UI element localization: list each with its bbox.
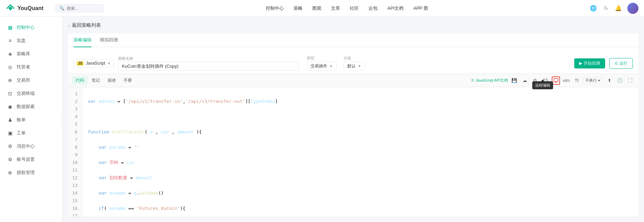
history-icon[interactable]: 🕐 bbox=[616, 76, 624, 85]
no-wrap-chevron-icon: ▼ bbox=[598, 79, 601, 82]
tab-strategy-edit[interactable]: 策略编辑 bbox=[74, 33, 92, 47]
vim-button[interactable]: vim bbox=[562, 76, 570, 85]
fullscreen-icon[interactable]: ⛶ bbox=[626, 76, 634, 85]
play-circle-icon: ▶ bbox=[579, 61, 582, 66]
terminal-icon: ⊡ bbox=[7, 91, 13, 96]
run-icon: ⊙ bbox=[615, 61, 618, 66]
tab-backtest[interactable]: 模拟回测 bbox=[100, 33, 118, 47]
control-center-icon: ▦ bbox=[7, 25, 13, 30]
trustee-icon: ◎ bbox=[7, 64, 13, 70]
content-area: ‹ 返回策略列表 策略编辑 模拟回测 JS JavaScript ▼ bbox=[62, 17, 644, 222]
remote-edit-button[interactable] bbox=[552, 76, 560, 85]
data-mining-icon: ◉ bbox=[7, 104, 13, 109]
sidebar-item-strategy-lib[interactable]: ◈ 策略库 bbox=[0, 47, 62, 60]
sidebar-item-trustee[interactable]: ◎ 托管者 bbox=[0, 60, 62, 74]
sidebar-item-auth[interactable]: ⊕ 授权管理 bbox=[0, 166, 62, 179]
back-arrow-icon: ‹ bbox=[68, 23, 70, 28]
main-layout: ▦ 控制中心 ≡ 实盘 ◈ 策略库 ◎ 托管者 ⊕ 交易所 ⊡ 交易终端 ◉ 数… bbox=[0, 17, 644, 222]
sidebar-item-terminal[interactable]: ⊡ 交易终端 bbox=[0, 87, 62, 100]
type-select[interactable]: 交易插件 ▼ bbox=[307, 61, 337, 71]
code-line-3: function UsdtTransfer( e , cur , amount … bbox=[88, 128, 633, 136]
sidebar: ▦ 控制中心 ≡ 实盘 ◈ 策略库 ◎ 托管者 ⊕ 交易所 ⊡ 交易终端 ◉ 数… bbox=[0, 17, 62, 222]
type-chevron-icon: ▼ bbox=[329, 64, 333, 68]
nav-strategy[interactable]: 策略 bbox=[294, 5, 303, 11]
editor-tabs: 策略编辑 模拟回测 bbox=[68, 33, 638, 47]
save-icon[interactable]: 💾 bbox=[510, 76, 518, 85]
search-box[interactable]: 🔍 bbox=[56, 4, 104, 13]
chevron-down-icon: ▼ bbox=[107, 61, 111, 65]
sidebar-item-exchange[interactable]: ⊕ 交易所 bbox=[0, 74, 62, 87]
account-icon: ⚙ bbox=[7, 157, 13, 162]
workorder-icon: ▣ bbox=[7, 130, 13, 136]
code-editor-toolbar: 代码 笔记 描述 手册 ① JavaScript API文档 💾 ☁ bbox=[68, 74, 638, 87]
strategy-name-input[interactable] bbox=[118, 62, 298, 71]
cloud-icon[interactable]: ☁ bbox=[520, 76, 529, 85]
code-editor[interactable]: 1 2 3 4 5 6 7 8 9 10 11 12 13 14 15 16 1 bbox=[68, 87, 638, 216]
strategy-editor: 策略编辑 模拟回测 JS JavaScript ▼ 策略名称 类型 bbox=[68, 33, 638, 216]
svg-rect-0 bbox=[554, 79, 558, 82]
nav-app[interactable]: APP 图 bbox=[413, 5, 428, 11]
nav-right: 🌐 7₀ 🔔 bbox=[590, 3, 638, 14]
code-line-4: var params = '' bbox=[88, 143, 633, 151]
api-doc-link[interactable]: ① JavaScript API文档 bbox=[471, 78, 508, 83]
messages-icon: ⚙ bbox=[7, 143, 13, 149]
bills-icon: ♟ bbox=[7, 117, 13, 123]
live-trading-icon: ≡ bbox=[7, 38, 13, 43]
sidebar-item-messages[interactable]: ⚙ 消息中心 bbox=[0, 140, 62, 153]
nav-library[interactable]: 文库 bbox=[331, 5, 340, 11]
sidebar-item-account[interactable]: ⚙ 账号设置 bbox=[0, 153, 62, 166]
code-tabs: 代码 笔记 描述 手册 bbox=[72, 76, 135, 85]
tt-button[interactable]: Tt bbox=[573, 76, 581, 85]
code-tab-notes[interactable]: 笔记 bbox=[88, 76, 103, 85]
nav-links: 控制中心 策略 图观 文库 社区 众包 API文档 APP 图 bbox=[112, 5, 582, 11]
group-chevron-icon: ▼ bbox=[358, 64, 361, 68]
language-select[interactable]: JS JavaScript ▼ bbox=[74, 59, 114, 67]
sidebar-item-control-center[interactable]: ▦ 控制中心 bbox=[0, 21, 62, 34]
code-line-8: if( exname == 'Futures_KuCoin'){ bbox=[88, 205, 633, 212]
js-badge: JS bbox=[77, 61, 84, 66]
no-wrap-button[interactable]: 不换行 ▼ bbox=[583, 77, 603, 84]
code-tab-desc[interactable]: 描述 bbox=[104, 76, 119, 85]
avatar[interactable] bbox=[627, 3, 638, 14]
line-numbers: 1 2 3 4 5 6 7 8 9 10 11 12 13 14 15 16 1 bbox=[68, 87, 82, 216]
strategy-toolbar: JS JavaScript ▼ 策略名称 类型 交易插件 ▼ 分组 bbox=[68, 53, 638, 74]
code-tab-manual[interactable]: 手册 bbox=[120, 76, 135, 85]
auth-icon: ⊕ bbox=[7, 170, 13, 175]
nav-crowdsource[interactable]: 众包 bbox=[368, 5, 378, 11]
nav-control-center[interactable]: 控制中心 bbox=[266, 5, 284, 11]
code-line-7: var exname = e.GetName() bbox=[88, 189, 633, 197]
sidebar-item-workorder[interactable]: ▣ 工单 bbox=[0, 126, 62, 140]
code-toolbar-right: ① JavaScript API文档 💾 ☁ ⚙ TS bbox=[471, 76, 634, 85]
ts-button[interactable]: TS bbox=[541, 76, 550, 85]
code-line-5: var 币种 = cur bbox=[88, 159, 633, 166]
code-content[interactable]: var adress = ['/api/v1/transfer-in','/ap… bbox=[82, 87, 638, 216]
group-select[interactable]: 默认 ▼ bbox=[344, 61, 365, 71]
nav-community[interactable]: 社区 bbox=[350, 5, 359, 11]
type-label: 类型 bbox=[307, 56, 337, 61]
settings-icon[interactable]: ⚙ bbox=[531, 76, 539, 85]
code-line-1: var adress = ['/api/v1/transfer-in','/ap… bbox=[88, 98, 633, 105]
logo[interactable]: YouQuant bbox=[6, 3, 47, 13]
bell-icon[interactable]: 🔔 bbox=[615, 5, 622, 12]
strategy-lib-icon: ◈ bbox=[7, 51, 13, 57]
nav-api-docs[interactable]: API文档 bbox=[387, 5, 404, 11]
percent-icon[interactable]: 7₀ bbox=[602, 5, 609, 12]
backtest-button[interactable]: ▶ 开始回测 bbox=[574, 58, 605, 68]
strategy-name-label: 策略名称 bbox=[118, 56, 298, 61]
sidebar-item-data-mining[interactable]: ◉ 数据探索 bbox=[0, 100, 62, 113]
search-icon: 🔍 bbox=[59, 6, 65, 11]
breadcrumb[interactable]: ‹ 返回策略列表 bbox=[68, 22, 638, 28]
globe-icon[interactable]: 🌐 bbox=[590, 5, 597, 12]
code-line-6: var 划转数量 = amount bbox=[88, 174, 633, 182]
run-button[interactable]: ⊙ 运行 bbox=[609, 58, 633, 69]
exchange-icon: ⊕ bbox=[7, 77, 13, 83]
sidebar-item-bills[interactable]: ♟ 账单 bbox=[0, 113, 62, 126]
code-tab-code[interactable]: 代码 bbox=[72, 76, 87, 85]
sidebar-item-live-trading[interactable]: ≡ 实盘 bbox=[0, 34, 62, 47]
code-line-2 bbox=[88, 113, 633, 121]
nav-chart[interactable]: 图观 bbox=[312, 5, 321, 11]
top-navigation: YouQuant 🔍 控制中心 策略 图观 文库 社区 众包 API文档 APP… bbox=[0, 0, 644, 17]
group-label: 分组 bbox=[344, 56, 365, 61]
upload-icon[interactable]: ⬆ bbox=[605, 76, 613, 85]
search-input[interactable] bbox=[67, 6, 100, 11]
